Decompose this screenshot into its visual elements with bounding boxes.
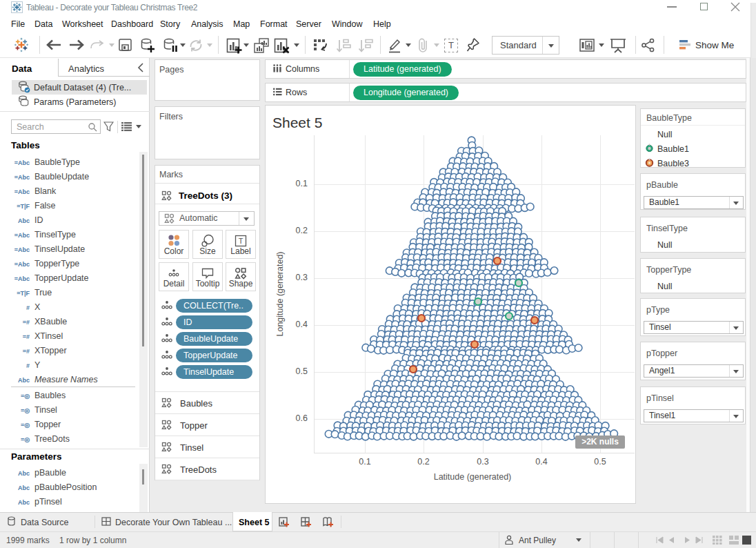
svg-text:T: T <box>239 237 243 245</box>
